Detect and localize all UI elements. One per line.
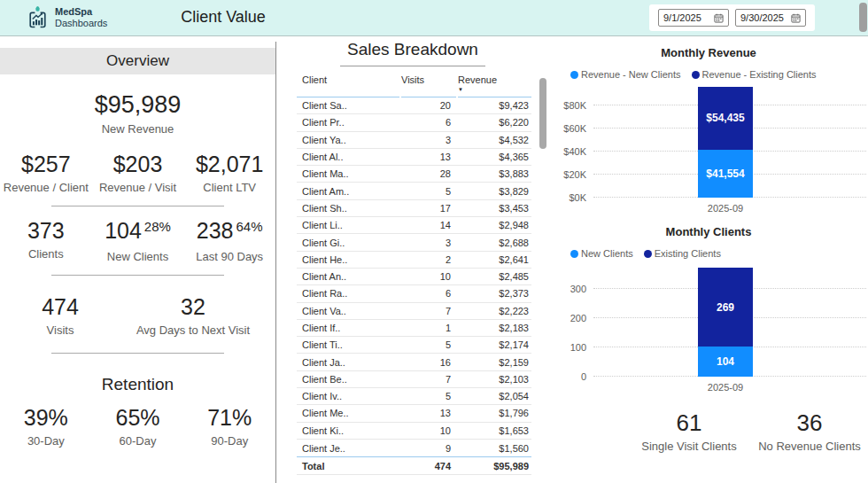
column-header-visits[interactable]: Visits <box>401 74 456 97</box>
table-row[interactable]: Client Me.. 13 $1,796 <box>297 405 531 422</box>
legend-item[interactable]: Existing Clients <box>644 248 721 259</box>
stacked-bar: $41,554$54,435 <box>698 87 753 198</box>
cell-visits: 17 <box>401 203 456 214</box>
cell-revenue: $3,829 <box>456 186 531 197</box>
table-row[interactable]: Client If.. 1 $2,183 <box>297 320 531 337</box>
table-row[interactable]: Client Iv.. 5 $2,054 <box>297 388 531 405</box>
calendar-icon[interactable] <box>791 13 801 23</box>
kpi-value: 39% <box>0 405 92 431</box>
cell-client: Client Va.. <box>297 306 401 316</box>
table-row[interactable]: Client Ma.. 28 $3,883 <box>297 166 531 183</box>
chart-title: Monthly Clients <box>549 225 868 238</box>
legend-dot-icon <box>570 71 578 79</box>
cell-revenue: $9,423 <box>456 100 531 111</box>
table-row[interactable]: Client Gi.. 3 $2,688 <box>297 234 531 251</box>
overview-panel: Overview $95,989 New Revenue $257 Revenu… <box>0 42 275 483</box>
kpi-row-clients: 373 Clients 10428% New Clients 23864% La… <box>0 218 275 263</box>
kpi-value: 238 <box>197 218 234 243</box>
kpi-card: $257 Revenue / Client <box>0 152 92 194</box>
bar-segment[interactable]: $41,554 <box>698 150 753 198</box>
table-row[interactable]: Client Va.. 7 $2,223 <box>297 303 531 320</box>
kpi-value: 104 <box>105 218 142 243</box>
table-row[interactable]: Client Sa.. 20 $9,423 <box>297 97 531 114</box>
table-row[interactable]: Client Ya.. 3 $4,532 <box>297 132 531 149</box>
cell-revenue: $2,641 <box>456 254 531 265</box>
bottom-kpi-row: 61 Single Visit Clients 36 No Revenue Cl… <box>629 409 868 453</box>
calendar-icon[interactable] <box>714 13 724 23</box>
table-scrollbar-thumb[interactable] <box>539 78 546 149</box>
start-date-value: 9/1/2025 <box>663 12 701 23</box>
kpi-value: 373 <box>27 218 65 243</box>
cell-revenue: $2,223 <box>456 306 531 316</box>
cell-client: Client If.. <box>297 323 401 333</box>
table-row[interactable]: Client Am.. 5 $3,829 <box>297 183 531 199</box>
cell-visits: 6 <box>401 288 456 299</box>
bar-segment[interactable]: $54,435 <box>698 87 753 150</box>
brand-name-line1: MedSpa <box>55 6 107 18</box>
bar-segment[interactable]: 269 <box>698 268 753 346</box>
table-row[interactable]: Client Ki.. 10 $1,653 <box>297 423 531 440</box>
kpi-label: New Revenue <box>0 122 275 136</box>
table-row[interactable]: Client Li.. 14 $2,948 <box>297 217 531 234</box>
page-scrollbar-thumb[interactable] <box>859 3 867 32</box>
y-axis-tick-label: $0K <box>569 191 586 204</box>
cell-revenue: $2,159 <box>456 357 531 368</box>
overview-panel-title: Overview <box>0 48 275 74</box>
table-row[interactable]: Client Al.. 13 $4,365 <box>297 149 531 166</box>
table-row[interactable]: Client Sh.. 17 $3,453 <box>297 200 531 217</box>
cell-visits: 5 <box>401 339 456 350</box>
kpi-value: 71% <box>183 405 275 431</box>
cell-client: Client Me.. <box>297 408 401 418</box>
end-date-value: 9/30/2025 <box>740 12 784 23</box>
table-total-row: Total 474 $95,989 <box>297 456 531 475</box>
cell-visits: 2 <box>401 254 456 265</box>
x-axis-category-label: 2025-09 <box>698 382 753 393</box>
legend-dot-icon <box>644 250 652 258</box>
kpi-divider <box>51 206 224 206</box>
cell-revenue: $2,174 <box>456 339 531 350</box>
column-header-revenue[interactable]: Revenue ▼ <box>458 74 531 97</box>
kpi-value: $203 <box>92 152 184 177</box>
sort-descending-icon[interactable]: ▼ <box>458 87 531 92</box>
legend-item[interactable]: Revenue - New Clients <box>570 69 681 80</box>
bar-segment[interactable]: 104 <box>698 347 753 377</box>
table-row[interactable]: Client Ra.. 6 $2,373 <box>297 285 531 302</box>
kpi-row-visits: 474 Visits 32 Avg Days to Next Visit <box>0 294 275 337</box>
table-row[interactable]: Client An.. 10 $2,485 <box>297 269 531 285</box>
cell-visits: 3 <box>401 135 456 145</box>
cell-client: Client He.. <box>297 254 401 265</box>
kpi-card: $2,071 Client LTV <box>183 152 275 194</box>
y-axis-tick-label: $20K <box>563 168 586 181</box>
table-row[interactable]: Client Be.. 7 $2,103 <box>297 371 531 388</box>
cell-visits: 20 <box>401 100 456 111</box>
end-date-input[interactable]: 9/30/2025 <box>735 9 806 27</box>
kpi-value: 32 <box>116 294 271 320</box>
table-row[interactable]: Client Je.. 9 $1,560 <box>297 440 531 456</box>
table-row[interactable]: Client Pr.. 6 $6,220 <box>297 114 531 131</box>
column-header-client[interactable]: Client <box>297 74 399 97</box>
cell-visits: 10 <box>401 425 456 436</box>
kpi-card: 10428% New Clients <box>92 218 184 263</box>
plot-area: $41,554$54,435 <box>593 87 866 198</box>
cell-revenue: $2,183 <box>456 323 531 333</box>
kpi-value: 36 <box>749 409 868 436</box>
chart-title: Monthly Revenue <box>549 46 868 59</box>
cell-client: Client Ki.. <box>297 425 401 436</box>
legend-item[interactable]: Revenue - Existing Clients <box>692 69 817 80</box>
table-row[interactable]: Client Ja.. 16 $2,159 <box>297 354 531 370</box>
table-row[interactable]: Client He.. 2 $2,641 <box>297 252 531 269</box>
kpi-row-retention: 39% 30-Day 65% 60-Day 71% 90-Day <box>0 405 275 448</box>
kpi-label: Revenue / Visit <box>92 181 184 194</box>
cell-total-revenue: $95,989 <box>456 461 531 471</box>
kpi-label: Single Visit Clients <box>629 440 749 453</box>
table-row[interactable]: Client Ti.. 5 $2,174 <box>297 337 531 354</box>
cell-revenue: $2,485 <box>456 271 531 282</box>
kpi-card: 474 Visits <box>5 294 116 337</box>
kpi-value: 474 <box>5 294 116 320</box>
plot-area: 104269 <box>593 266 866 377</box>
y-axis-tick-label: $80K <box>563 99 586 112</box>
cell-visits: 5 <box>401 186 456 197</box>
legend-item[interactable]: New Clients <box>570 248 633 259</box>
cell-revenue: $2,688 <box>456 238 531 248</box>
start-date-input[interactable]: 9/1/2025 <box>658 9 729 27</box>
